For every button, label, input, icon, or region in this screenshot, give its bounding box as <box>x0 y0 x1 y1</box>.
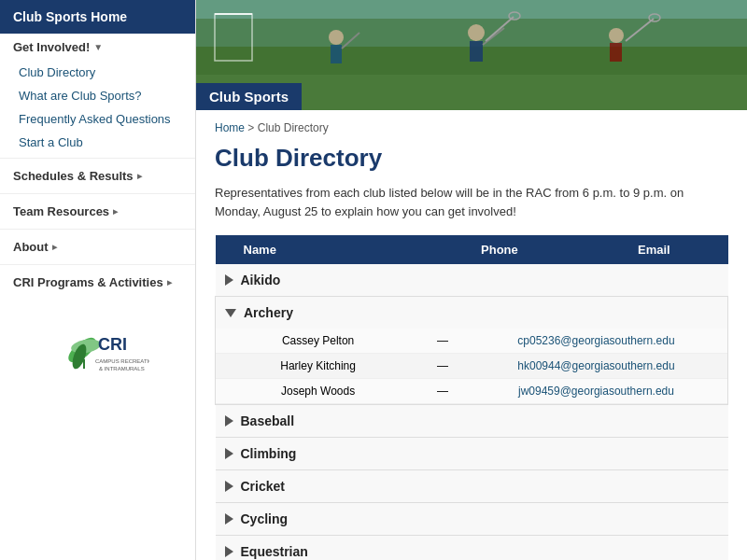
expand-icon <box>225 415 233 427</box>
archery-members: Cassey Pelton — cp05236@georgiasouthern.… <box>216 329 727 404</box>
svg-point-12 <box>329 30 344 45</box>
content-area: Home > Club Directory Club Directory Rep… <box>196 110 747 560</box>
member-name: Cassey Pelton <box>216 329 420 354</box>
club-name: Cricket <box>241 479 285 494</box>
breadcrumb-separator: > <box>247 121 254 134</box>
sidebar-divider2 <box>0 193 195 194</box>
club-name: Equestrian <box>241 544 308 559</box>
sidebar-divider4 <box>0 264 195 265</box>
climbing-row[interactable]: Climbing <box>216 438 728 469</box>
table-row: Cycling <box>216 503 728 536</box>
member-email[interactable]: cp05236@georgiasouthern.edu <box>465 329 727 354</box>
member-name: Joseph Woods <box>216 379 420 404</box>
member-email[interactable]: hk00944@georgiasouthern.edu <box>465 354 727 379</box>
hero-image: Club Sports <box>196 0 747 110</box>
chevron-right-icon3: ▸ <box>52 242 57 252</box>
expand-icon <box>225 546 233 557</box>
sidebar-get-involved[interactable]: Get Involved! ▼ <box>0 34 195 61</box>
sidebar-item-start-a-club[interactable]: Start a Club <box>0 131 195 154</box>
svg-text:CRI: CRI <box>98 335 127 354</box>
expand-icon <box>225 481 233 492</box>
sidebar: Club Sports Home Get Involved! ▼ Club Di… <box>0 0 196 560</box>
svg-rect-16 <box>470 41 483 62</box>
sidebar-cri[interactable]: CRI Programs & Activities ▸ <box>0 269 195 296</box>
chevron-right-icon2: ▸ <box>113 206 118 217</box>
equestrian-row[interactable]: Equestrian <box>216 536 728 560</box>
member-email[interactable]: jw09459@georgiasouthern.edu <box>465 379 727 404</box>
cycling-row[interactable]: Cycling <box>216 503 728 535</box>
sidebar-schedules-results[interactable]: Schedules & Results ▸ <box>0 162 195 189</box>
svg-point-15 <box>468 24 485 41</box>
table-header: Name Phone Email <box>216 235 728 264</box>
breadcrumb-home[interactable]: Home <box>215 121 245 134</box>
page-title: Club Directory <box>215 144 728 173</box>
sidebar-home[interactable]: Club Sports Home <box>0 0 195 34</box>
baseball-row[interactable]: Baseball <box>216 405 728 437</box>
club-name: Cycling <box>241 511 289 526</box>
svg-text:& INTRAMURALS: & INTRAMURALS <box>99 366 145 371</box>
collapse-icon <box>225 309 236 317</box>
page-wrapper: Club Sports Home Get Involved! ▼ Club Di… <box>0 0 747 560</box>
chevron-right-icon: ▸ <box>137 171 142 181</box>
table-row: Equestrian <box>216 536 728 561</box>
sidebar-divider3 <box>0 229 195 230</box>
member-phone: — <box>420 354 465 379</box>
col-email: Email <box>580 235 727 264</box>
intro-text: Representatives from each club listed be… <box>215 184 728 220</box>
member-phone: — <box>420 329 465 354</box>
club-name: Baseball <box>241 413 295 428</box>
sidebar-about[interactable]: About ▸ <box>0 233 195 260</box>
table-row: Cricket <box>216 470 728 503</box>
table-row: Cassey Pelton — cp05236@georgiasouthern.… <box>216 329 727 354</box>
sidebar-team-resources[interactable]: Team Resources ▸ <box>0 198 195 225</box>
hero-title: Club Sports <box>196 83 302 110</box>
aikido-row[interactable]: Aikido <box>216 264 728 296</box>
sidebar-item-what-are-club-sports[interactable]: What are Club Sports? <box>0 84 195 107</box>
club-directory-table: Name Phone Email Aikido <box>215 235 728 560</box>
svg-rect-19 <box>610 43 622 62</box>
expand-icon <box>225 274 233 286</box>
table-row: Joseph Woods — jw09459@georgiasouthern.e… <box>216 379 727 404</box>
svg-text:CAMPUS RECREATION: CAMPUS RECREATION <box>95 358 149 364</box>
table-row: Baseball <box>216 405 728 438</box>
breadcrumb-current: Club Directory <box>258 121 329 134</box>
expand-icon <box>225 448 233 459</box>
cricket-row[interactable]: Cricket <box>216 470 728 502</box>
table-row: Archery Cassey Pelton — cp05236@georgias… <box>216 297 728 405</box>
table-row: Harley Kitching — hk00944@georgiasouther… <box>216 354 727 379</box>
table-row: Climbing <box>216 438 728 470</box>
expand-icon <box>225 513 233 525</box>
main-content: Club Sports Home > Club Directory Club D… <box>196 0 747 560</box>
club-name: Archery <box>244 305 293 320</box>
club-name: Climbing <box>241 446 297 461</box>
sidebar-item-club-directory[interactable]: Club Directory <box>0 61 195 84</box>
archery-row[interactable]: Archery <box>216 297 727 329</box>
sidebar-divider <box>0 158 195 159</box>
table-row: Aikido <box>216 264 728 297</box>
sidebar-item-faq[interactable]: Frequently Asked Questions <box>0 107 195 131</box>
col-phone: Phone <box>419 235 581 264</box>
chevron-down-icon: ▼ <box>93 42 103 52</box>
club-list: Aikido Archery <box>216 264 728 560</box>
svg-rect-13 <box>331 45 342 63</box>
breadcrumb: Home > Club Directory <box>215 121 728 134</box>
col-name: Name <box>216 235 419 264</box>
chevron-right-icon4: ▸ <box>167 277 172 287</box>
club-name: Aikido <box>241 273 281 287</box>
svg-point-18 <box>609 28 624 43</box>
member-name: Harley Kitching <box>216 354 420 379</box>
member-phone: — <box>420 379 465 404</box>
cri-logo: CRI CAMPUS RECREATION & INTRAMURALS <box>0 296 195 401</box>
